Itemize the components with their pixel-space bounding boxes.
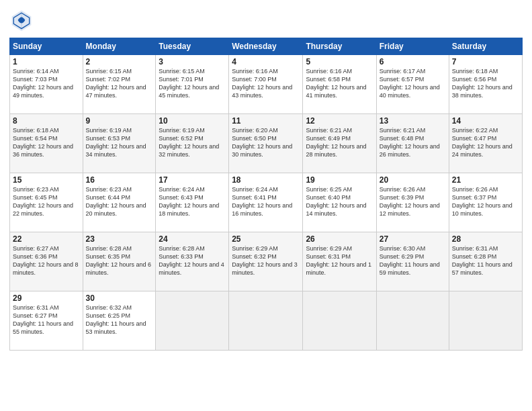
day-number: 11 bbox=[232, 116, 300, 126]
logo bbox=[9, 8, 36, 32]
calendar-body: 1Sunrise: 6:14 AMSunset: 7:03 PMDaylight… bbox=[10, 55, 523, 351]
day-info: Sunrise: 6:22 AMSunset: 6:47 PMDaylight:… bbox=[452, 126, 519, 159]
day-info: Sunrise: 6:26 AMSunset: 6:39 PMDaylight:… bbox=[380, 185, 446, 218]
calendar-cell: 30Sunrise: 6:32 AMSunset: 6:25 PMDayligh… bbox=[83, 291, 156, 351]
calendar-cell bbox=[156, 291, 229, 351]
day-info: Sunrise: 6:28 AMSunset: 6:35 PMDaylight:… bbox=[86, 244, 153, 277]
calendar-cell: 7Sunrise: 6:18 AMSunset: 6:56 PMDaylight… bbox=[449, 55, 522, 114]
calendar-cell: 23Sunrise: 6:28 AMSunset: 6:35 PMDayligh… bbox=[83, 232, 156, 291]
day-info: Sunrise: 6:25 AMSunset: 6:40 PMDaylight:… bbox=[306, 185, 373, 218]
calendar-cell: 9Sunrise: 6:19 AMSunset: 6:53 PMDaylight… bbox=[83, 114, 156, 173]
header bbox=[9, 8, 523, 32]
day-info: Sunrise: 6:23 AMSunset: 6:45 PMDaylight:… bbox=[13, 185, 80, 218]
calendar-cell: 18Sunrise: 6:24 AMSunset: 6:41 PMDayligh… bbox=[229, 173, 303, 232]
day-info: Sunrise: 6:17 AMSunset: 6:57 PMDaylight:… bbox=[380, 67, 446, 100]
calendar-cell: 24Sunrise: 6:28 AMSunset: 6:33 PMDayligh… bbox=[156, 232, 229, 291]
day-number: 6 bbox=[380, 57, 446, 66]
day-info: Sunrise: 6:14 AMSunset: 7:03 PMDaylight:… bbox=[13, 67, 80, 100]
day-info: Sunrise: 6:24 AMSunset: 6:41 PMDaylight:… bbox=[232, 185, 300, 218]
day-info: Sunrise: 6:19 AMSunset: 6:52 PMDaylight:… bbox=[159, 126, 226, 159]
day-number: 18 bbox=[232, 175, 300, 185]
calendar-cell: 1Sunrise: 6:14 AMSunset: 7:03 PMDaylight… bbox=[10, 55, 83, 114]
day-number: 12 bbox=[306, 116, 373, 126]
day-number: 10 bbox=[159, 116, 226, 126]
day-number: 15 bbox=[13, 175, 80, 185]
day-number: 21 bbox=[452, 175, 519, 185]
day-number: 19 bbox=[306, 175, 373, 185]
day-info: Sunrise: 6:19 AMSunset: 6:53 PMDaylight:… bbox=[86, 126, 153, 159]
calendar-week-1: 1Sunrise: 6:14 AMSunset: 7:03 PMDaylight… bbox=[10, 55, 523, 114]
day-info: Sunrise: 6:28 AMSunset: 6:33 PMDaylight:… bbox=[159, 244, 226, 277]
day-number: 16 bbox=[86, 175, 153, 185]
day-info: Sunrise: 6:18 AMSunset: 6:56 PMDaylight:… bbox=[452, 67, 519, 100]
day-info: Sunrise: 6:16 AMSunset: 6:58 PMDaylight:… bbox=[306, 67, 373, 100]
day-number: 9 bbox=[86, 116, 153, 126]
calendar-cell: 10Sunrise: 6:19 AMSunset: 6:52 PMDayligh… bbox=[156, 114, 229, 173]
day-number: 3 bbox=[159, 57, 226, 66]
day-info: Sunrise: 6:31 AMSunset: 6:28 PMDaylight:… bbox=[452, 244, 519, 277]
calendar: SundayMondayTuesdayWednesdayThursdayFrid… bbox=[9, 38, 523, 351]
day-number: 30 bbox=[86, 293, 153, 303]
calendar-cell: 2Sunrise: 6:15 AMSunset: 7:02 PMDaylight… bbox=[83, 55, 156, 114]
day-info: Sunrise: 6:29 AMSunset: 6:32 PMDaylight:… bbox=[232, 244, 300, 277]
day-number: 25 bbox=[232, 234, 300, 244]
day-number: 1 bbox=[13, 57, 80, 66]
calendar-cell bbox=[303, 291, 376, 351]
calendar-cell: 27Sunrise: 6:30 AMSunset: 6:29 PMDayligh… bbox=[376, 232, 449, 291]
calendar-cell: 14Sunrise: 6:22 AMSunset: 6:47 PMDayligh… bbox=[449, 114, 522, 173]
day-number: 8 bbox=[13, 116, 80, 126]
calendar-cell: 16Sunrise: 6:23 AMSunset: 6:44 PMDayligh… bbox=[83, 173, 156, 232]
day-info: Sunrise: 6:24 AMSunset: 6:43 PMDaylight:… bbox=[159, 185, 226, 218]
calendar-cell: 17Sunrise: 6:24 AMSunset: 6:43 PMDayligh… bbox=[156, 173, 229, 232]
calendar-cell bbox=[449, 291, 522, 351]
calendar-header-row: SundayMondayTuesdayWednesdayThursdayFrid… bbox=[10, 38, 523, 55]
calendar-header-tuesday: Tuesday bbox=[156, 38, 229, 55]
day-info: Sunrise: 6:16 AMSunset: 7:00 PMDaylight:… bbox=[232, 67, 300, 100]
calendar-week-2: 8Sunrise: 6:18 AMSunset: 6:54 PMDaylight… bbox=[10, 114, 523, 173]
day-number: 14 bbox=[452, 116, 519, 126]
day-number: 13 bbox=[380, 116, 446, 126]
day-number: 22 bbox=[13, 234, 80, 244]
day-number: 28 bbox=[452, 234, 519, 244]
calendar-cell: 19Sunrise: 6:25 AMSunset: 6:40 PMDayligh… bbox=[303, 173, 376, 232]
day-number: 27 bbox=[380, 234, 446, 244]
day-info: Sunrise: 6:31 AMSunset: 6:27 PMDaylight:… bbox=[13, 304, 80, 336]
day-number: 23 bbox=[86, 234, 153, 244]
calendar-header-wednesday: Wednesday bbox=[229, 38, 303, 55]
calendar-cell: 12Sunrise: 6:21 AMSunset: 6:49 PMDayligh… bbox=[303, 114, 376, 173]
calendar-cell: 3Sunrise: 6:15 AMSunset: 7:01 PMDaylight… bbox=[156, 55, 229, 114]
calendar-cell: 26Sunrise: 6:29 AMSunset: 6:31 PMDayligh… bbox=[303, 232, 376, 291]
day-number: 26 bbox=[306, 234, 373, 244]
logo-icon bbox=[9, 8, 34, 32]
calendar-cell: 22Sunrise: 6:27 AMSunset: 6:36 PMDayligh… bbox=[10, 232, 83, 291]
day-info: Sunrise: 6:26 AMSunset: 6:37 PMDaylight:… bbox=[452, 185, 519, 218]
day-info: Sunrise: 6:29 AMSunset: 6:31 PMDaylight:… bbox=[306, 244, 373, 277]
day-info: Sunrise: 6:32 AMSunset: 6:25 PMDaylight:… bbox=[86, 304, 153, 336]
day-info: Sunrise: 6:21 AMSunset: 6:49 PMDaylight:… bbox=[306, 126, 373, 159]
day-info: Sunrise: 6:27 AMSunset: 6:36 PMDaylight:… bbox=[13, 244, 80, 277]
calendar-header-sunday: Sunday bbox=[10, 38, 83, 55]
calendar-cell: 25Sunrise: 6:29 AMSunset: 6:32 PMDayligh… bbox=[229, 232, 303, 291]
day-number: 20 bbox=[380, 175, 446, 185]
calendar-cell: 21Sunrise: 6:26 AMSunset: 6:37 PMDayligh… bbox=[449, 173, 522, 232]
day-number: 29 bbox=[13, 293, 80, 303]
calendar-cell: 4Sunrise: 6:16 AMSunset: 7:00 PMDaylight… bbox=[229, 55, 303, 114]
calendar-header-thursday: Thursday bbox=[303, 38, 376, 55]
day-info: Sunrise: 6:15 AMSunset: 7:01 PMDaylight:… bbox=[159, 67, 226, 100]
page: SundayMondayTuesdayWednesdayThursdayFrid… bbox=[0, 0, 532, 411]
calendar-header-monday: Monday bbox=[83, 38, 156, 55]
calendar-week-3: 15Sunrise: 6:23 AMSunset: 6:45 PMDayligh… bbox=[10, 173, 523, 232]
calendar-cell: 11Sunrise: 6:20 AMSunset: 6:50 PMDayligh… bbox=[229, 114, 303, 173]
day-info: Sunrise: 6:20 AMSunset: 6:50 PMDaylight:… bbox=[232, 126, 300, 159]
calendar-cell: 13Sunrise: 6:21 AMSunset: 6:48 PMDayligh… bbox=[376, 114, 449, 173]
calendar-cell bbox=[229, 291, 303, 351]
day-info: Sunrise: 6:18 AMSunset: 6:54 PMDaylight:… bbox=[13, 126, 80, 159]
day-info: Sunrise: 6:21 AMSunset: 6:48 PMDaylight:… bbox=[380, 126, 446, 159]
calendar-week-4: 22Sunrise: 6:27 AMSunset: 6:36 PMDayligh… bbox=[10, 232, 523, 291]
calendar-header-friday: Friday bbox=[376, 38, 449, 55]
calendar-cell: 8Sunrise: 6:18 AMSunset: 6:54 PMDaylight… bbox=[10, 114, 83, 173]
day-number: 4 bbox=[232, 57, 300, 66]
calendar-header-saturday: Saturday bbox=[449, 38, 522, 55]
calendar-week-5: 29Sunrise: 6:31 AMSunset: 6:27 PMDayligh… bbox=[10, 291, 523, 351]
day-number: 17 bbox=[159, 175, 226, 185]
